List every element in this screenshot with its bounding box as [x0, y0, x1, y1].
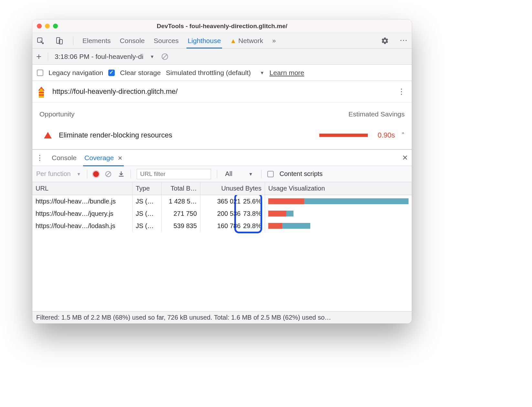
clear-storage-label: Clear storage — [120, 69, 161, 77]
coverage-mode-dropdown[interactable]: Per function — [36, 170, 71, 178]
more-tabs-icon[interactable]: » — [272, 37, 276, 44]
cell-unused-bytes: 365 02125.6% — [200, 195, 265, 207]
tab-network-label: Network — [238, 37, 263, 44]
kebab-menu-icon[interactable]: ⋮ — [399, 36, 409, 46]
opportunity-title: Eliminate render-blocking resources — [59, 131, 172, 139]
savings-bar — [319, 134, 368, 137]
tab-sources[interactable]: Sources — [154, 37, 179, 45]
type-filter-value: All — [225, 170, 232, 178]
table-row[interactable]: https://foul-heav…/jquery.jsJS (…271 750… — [32, 207, 412, 220]
cell-url: https://foul-heav…/lodash.js — [32, 220, 133, 232]
svg-rect-9 — [40, 89, 43, 91]
coverage-status-bar: Filtered: 1.5 MB of 2.2 MB (68%) used so… — [32, 311, 412, 324]
cell-url: https://foul-heav…/bundle.js — [32, 195, 133, 207]
zoom-window-button[interactable] — [53, 24, 58, 28]
svg-line-11 — [106, 172, 110, 176]
lighthouse-toolbar: + 3:18:06 PM - foul-heavenly-di ▼ — [32, 49, 412, 65]
tab-network[interactable]: ▲Network — [230, 37, 263, 45]
tab-elements[interactable]: Elements — [82, 37, 111, 45]
drawer-tab-coverage-label: Coverage — [84, 154, 114, 161]
close-tab-icon[interactable]: ✕ — [118, 155, 122, 161]
content-scripts-checkbox[interactable] — [267, 171, 274, 177]
col-url[interactable]: URL — [32, 182, 133, 195]
drawer-menu-icon[interactable]: ⋮ — [36, 154, 44, 162]
opportunity-row[interactable]: Eliminate render-blocking resources 0.90… — [32, 121, 412, 150]
divider — [73, 37, 73, 45]
window-titlebar: DevTools - foul-heavenly-direction.glitc… — [32, 19, 412, 33]
clear-storage-checkbox[interactable] — [108, 70, 115, 76]
svg-rect-12 — [119, 176, 123, 176]
divider — [48, 52, 48, 61]
tab-lighthouse[interactable]: Lighthouse — [188, 37, 221, 45]
mode-chevron-icon[interactable]: ▼ — [77, 171, 81, 177]
clear-icon[interactable] — [161, 53, 169, 60]
report-url: https://foul-heavenly-direction.glitch.m… — [52, 87, 178, 96]
col-type[interactable]: Type — [133, 182, 162, 195]
divider — [131, 170, 131, 178]
cell-type: JS (… — [133, 207, 162, 220]
legacy-navigation-checkbox[interactable] — [37, 70, 43, 76]
minimize-window-button[interactable] — [45, 24, 50, 28]
cell-unused-bytes: 160 78629.8% — [200, 220, 265, 232]
coverage-table-body: https://foul-heav…/bundle.jsJS (…1 428 5… — [32, 195, 412, 311]
settings-gear-icon[interactable] — [380, 36, 390, 46]
coverage-toolbar: Per function ▼ All ▼ Content scripts — [32, 166, 412, 182]
content-scripts-label: Content scripts — [280, 170, 323, 178]
window-title: DevTools - foul-heavenly-direction.glitc… — [32, 23, 412, 30]
fail-triangle-icon — [44, 132, 52, 138]
collapse-chevron-icon[interactable]: ˄ — [401, 131, 405, 139]
close-drawer-icon[interactable]: ✕ — [402, 154, 408, 162]
svg-rect-7 — [39, 94, 44, 95]
device-toolbar-icon[interactable] — [54, 36, 64, 46]
export-icon[interactable] — [118, 170, 125, 178]
lighthouse-logo-icon — [35, 85, 48, 98]
warning-icon: ▲ — [230, 37, 236, 44]
lighthouse-settings: Legacy navigation Clear storage Simulate… — [32, 65, 412, 81]
cell-usage-viz — [265, 220, 412, 232]
type-filter-chevron-icon: ▼ — [249, 171, 253, 177]
cell-total-bytes: 271 750 — [162, 207, 200, 220]
close-window-button[interactable] — [37, 24, 42, 28]
svg-rect-6 — [39, 92, 44, 93]
throttling-chevron-icon[interactable]: ▼ — [260, 70, 264, 75]
devtools-window: DevTools - foul-heavenly-direction.glitc… — [32, 19, 412, 324]
col-total-bytes[interactable]: Total B… — [162, 182, 200, 195]
learn-more-link[interactable]: Learn more — [270, 69, 304, 77]
savings-value: 0.90s — [378, 131, 395, 139]
table-row[interactable]: https://foul-heav…/lodash.jsJS (…539 835… — [32, 220, 412, 232]
drawer-tab-coverage[interactable]: Coverage ✕ — [84, 154, 122, 162]
cell-usage-viz — [265, 207, 412, 220]
lighthouse-url-row: https://foul-heavenly-direction.glitch.m… — [32, 81, 412, 103]
drawer-tab-console[interactable]: Console — [52, 154, 77, 162]
divider — [217, 170, 217, 178]
throttling-label: Simulated throttling (default) — [166, 69, 251, 77]
opportunity-header-label: Opportunity — [39, 110, 75, 118]
table-row[interactable]: https://foul-heav…/bundle.jsJS (…1 428 5… — [32, 195, 412, 207]
col-unused-bytes[interactable]: Unused Bytes — [200, 182, 265, 195]
url-filter-input[interactable] — [137, 169, 211, 179]
tab-console[interactable]: Console — [120, 37, 145, 45]
record-button[interactable] — [93, 171, 99, 177]
cell-usage-viz — [265, 195, 412, 207]
coverage-table-header: URL Type Total B… Unused Bytes Usage Vis… — [32, 182, 412, 195]
divider — [87, 170, 87, 178]
report-dropdown[interactable]: 3:18:06 PM - foul-heavenly-di — [55, 53, 143, 60]
cell-unused-bytes: 200 53673.8% — [200, 207, 265, 220]
clear-coverage-icon[interactable] — [105, 170, 112, 178]
opportunity-section-header: Opportunity Estimated Savings — [32, 103, 412, 121]
cell-total-bytes: 539 835 — [162, 220, 200, 232]
cell-total-bytes: 1 428 5… — [162, 195, 200, 207]
svg-line-4 — [163, 54, 167, 59]
cell-type: JS (… — [133, 220, 162, 232]
inspect-element-icon[interactable] — [36, 36, 45, 46]
type-filter-dropdown[interactable]: All ▼ — [223, 170, 255, 178]
divider — [261, 170, 261, 178]
dropdown-chevron-icon[interactable]: ▼ — [150, 54, 154, 59]
cell-url: https://foul-heav…/jquery.js — [32, 207, 133, 220]
cell-type: JS (… — [133, 195, 162, 207]
report-menu-icon[interactable]: ⋮ — [398, 87, 406, 96]
new-report-button[interactable]: + — [36, 51, 41, 62]
devtools-tabbar: Elements Console Sources Lighthouse ▲Net… — [32, 33, 412, 49]
drawer-tabbar: ⋮ Console Coverage ✕ ✕ — [32, 150, 412, 166]
col-usage-viz[interactable]: Usage Visualization — [265, 182, 412, 195]
